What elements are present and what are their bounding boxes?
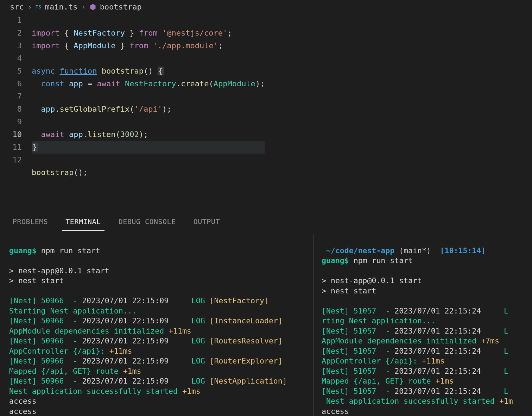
bottom-panel: PROBLEMS TERMINAL DEBUG CONSOLE OUTPUT g… bbox=[0, 211, 532, 416]
terminal-pane-right[interactable]: ~/code/nest-app (main*) [10:15:14] guang… bbox=[314, 234, 532, 416]
tab-problems[interactable]: PROBLEMS bbox=[9, 215, 51, 231]
breadcrumb-symbol[interactable]: bootstrap bbox=[100, 2, 142, 11]
breadcrumb[interactable]: src › TS main.ts › bootstrap bbox=[0, 0, 532, 13]
tab-debug-console[interactable]: DEBUG CONSOLE bbox=[115, 215, 179, 231]
tab-output[interactable]: OUTPUT bbox=[190, 215, 223, 231]
chevron-right-icon: › bbox=[27, 2, 32, 11]
terminal-pane-left[interactable]: guang$ npm run start > nest-app@0.0.1 st… bbox=[0, 234, 314, 416]
code-content[interactable]: import { NestFactory } from '@nestjs/cor… bbox=[32, 14, 265, 204]
symbol-method-icon bbox=[89, 4, 96, 11]
ts-file-icon: TS bbox=[36, 4, 42, 10]
line-number-gutter: 1 2 3 4 5 6 7 8 9 10 11 12 bbox=[0, 14, 32, 204]
tab-terminal[interactable]: TERMINAL bbox=[62, 215, 104, 231]
panel-tabs: PROBLEMS TERMINAL DEBUG CONSOLE OUTPUT bbox=[0, 211, 532, 231]
breadcrumb-file[interactable]: main.ts bbox=[45, 2, 78, 11]
terminal-split: guang$ npm run start > nest-app@0.0.1 st… bbox=[0, 231, 532, 416]
code-editor[interactable]: 1 2 3 4 5 6 7 8 9 10 11 12 import { Nest… bbox=[0, 13, 532, 204]
chevron-right-icon: › bbox=[81, 2, 86, 11]
breadcrumb-root[interactable]: src bbox=[10, 2, 24, 11]
